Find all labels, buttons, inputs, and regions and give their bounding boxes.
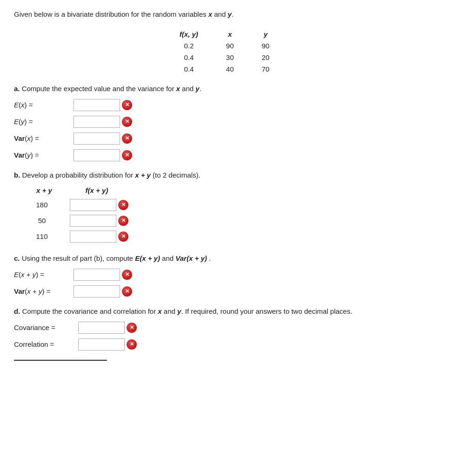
c-varx-input[interactable] (74, 285, 120, 298)
intro-var-y: y (228, 10, 231, 18)
row3-y: 70 (248, 63, 284, 75)
vary-input[interactable] (74, 149, 120, 161)
prob-row-110: 110 (33, 229, 138, 245)
part-c-text: Using the result of part (b), compute (20, 254, 135, 262)
part-d-varx: x (158, 307, 161, 315)
c-ex-clear-button[interactable] (122, 270, 132, 280)
c-varx-clear-button[interactable] (122, 286, 132, 297)
c-ex-row: E(x + y) = (14, 269, 435, 281)
prob-clear-180[interactable] (118, 200, 128, 210)
part-d: d. Compute the covariance and correlatio… (14, 306, 435, 350)
part-d-header: d. Compute the covariance and correlatio… (14, 306, 435, 317)
intro-prefix: Given below is a bivariate distribution … (14, 10, 208, 18)
ey-clear-button[interactable] (122, 117, 132, 127)
row2-f: 0.4 (166, 52, 212, 63)
varx-label: Var(x) = (14, 134, 70, 142)
table-row: 0.2 90 90 (166, 40, 283, 52)
part-a-vary: y (195, 85, 199, 93)
d-corr-label: Correlation = (14, 340, 74, 348)
part-c-expr1: E(x + y) (135, 254, 160, 262)
ex-row: E(x) = (14, 99, 435, 111)
part-d-label: d. (14, 307, 20, 315)
row1-x: 90 (212, 40, 248, 52)
row3-x: 40 (212, 63, 248, 75)
col-x: x (212, 28, 248, 40)
distribution-table: f(x, y) x y 0.2 90 90 0.4 30 20 0.4 40 7… (166, 28, 283, 75)
part-a-and: and (180, 85, 195, 93)
prob-input-cell-50 (70, 215, 128, 227)
c-ex-input[interactable] (74, 269, 120, 281)
row2-y: 20 (248, 52, 284, 63)
ex-input[interactable] (74, 99, 120, 111)
ey-label: E(y) = (14, 118, 70, 126)
col-y: y (248, 28, 284, 40)
ex-clear-button[interactable] (122, 100, 132, 110)
ey-input[interactable] (74, 116, 120, 128)
prob-input-cell-180 (70, 199, 128, 211)
part-c-expr2: Var(x + y) (175, 254, 207, 262)
d-cov-row: Covariance = (14, 322, 435, 334)
part-c-header: c. Using the result of part (b), compute… (14, 253, 435, 264)
d-corr-clear-button[interactable] (127, 339, 137, 350)
c-ex-label: E(x + y) = (14, 271, 70, 278)
part-a-text: Compute the expected value and the varia… (20, 85, 176, 93)
varx-clear-button[interactable] (122, 133, 132, 144)
bottom-divider (14, 360, 107, 361)
part-c: c. Using the result of part (b), compute… (14, 253, 435, 298)
prob-col2: f(x + y) (70, 185, 138, 197)
d-corr-row: Correlation = (14, 338, 435, 350)
row3-f: 0.4 (166, 63, 212, 75)
part-b-text: Develop a probability distribution for (20, 171, 135, 179)
part-a: a. Compute the expected value and the va… (14, 83, 435, 161)
table-row: 0.4 40 70 (166, 63, 283, 75)
intro-period: . (232, 10, 234, 18)
part-c-and: and (160, 254, 175, 262)
c-varx-row: Var(x + y) = (14, 285, 435, 298)
part-b-label: b. (14, 171, 20, 179)
row1-f: 0.2 (166, 40, 212, 52)
row2-x: 30 (212, 52, 248, 63)
prob-clear-50[interactable] (118, 216, 128, 226)
part-b-expr: x + y (135, 171, 151, 179)
vary-clear-button[interactable] (122, 150, 132, 160)
part-a-period: . (200, 85, 201, 93)
part-c-label: c. (14, 254, 20, 262)
part-d-text: Compute the covariance and correlation f… (20, 307, 158, 315)
d-cov-clear-button[interactable] (127, 323, 137, 333)
d-cov-input[interactable] (78, 322, 125, 334)
c-varx-label: Var(x + y) = (14, 287, 70, 295)
table-row: 0.4 30 20 (166, 52, 283, 63)
part-a-varx: x (176, 85, 180, 93)
prob-val-50: 50 (33, 213, 70, 229)
prob-clear-110[interactable] (118, 231, 128, 242)
part-b-header: b. Develop a probability distribution fo… (14, 170, 435, 181)
prob-input-cell-110 (70, 231, 128, 243)
d-cov-label: Covariance = (14, 324, 74, 331)
varx-input[interactable] (74, 132, 120, 145)
prob-col1: x + y (33, 185, 70, 197)
col-fxy: f(x, y) (166, 28, 212, 40)
prob-row-50: 50 (33, 213, 138, 229)
row1-y: 90 (248, 40, 284, 52)
part-a-label: a. (14, 85, 20, 93)
prob-input-180[interactable] (70, 199, 116, 211)
prob-input-110[interactable] (70, 231, 116, 243)
part-b-text2: (to 2 decimals). (151, 171, 201, 179)
ex-label: E(x) = (14, 101, 70, 109)
d-corr-input[interactable] (78, 338, 125, 350)
intro-text: Given below is a bivariate distribution … (14, 9, 435, 20)
ey-row: E(y) = (14, 116, 435, 128)
prob-table: x + y f(x + y) 180 50 (33, 185, 138, 245)
vary-label: Var(y) = (14, 151, 70, 159)
part-b: b. Develop a probability distribution fo… (14, 170, 435, 245)
part-d-text2: . If required, round your answers to two… (181, 307, 352, 315)
part-d-and: and (162, 307, 177, 315)
prob-val-180: 180 (33, 197, 70, 213)
intro-and: and (212, 10, 228, 18)
prob-row-180: 180 (33, 197, 138, 213)
intro-var-x: x (208, 10, 212, 18)
vary-row: Var(y) = (14, 149, 435, 161)
prob-input-50[interactable] (70, 215, 116, 227)
part-c-period: . (207, 254, 211, 262)
varx-row: Var(x) = (14, 132, 435, 145)
